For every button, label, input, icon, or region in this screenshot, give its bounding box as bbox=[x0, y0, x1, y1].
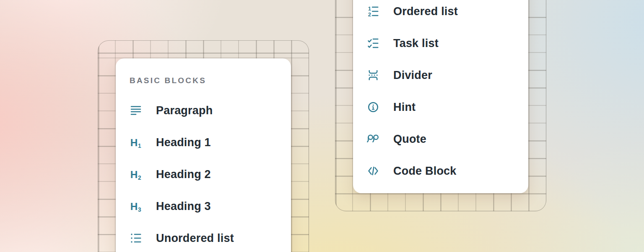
menu-item-heading-1[interactable]: H1Heading 1 bbox=[130, 126, 278, 158]
unordered-list-icon bbox=[130, 232, 142, 244]
svg-text:3: 3 bbox=[138, 207, 141, 213]
menu-item-task-list[interactable]: Task list bbox=[367, 27, 516, 59]
menu-item-label: Code Block bbox=[393, 165, 457, 178]
menu-item-label: Heading 1 bbox=[156, 136, 211, 149]
menu-item-divider[interactable]: Divider bbox=[367, 59, 516, 91]
menu-item-label: Heading 3 bbox=[156, 200, 211, 213]
quote-icon bbox=[367, 133, 379, 145]
heading-3-icon: H3 bbox=[130, 200, 142, 213]
menu-item-label: Heading 2 bbox=[156, 168, 211, 181]
insert-blocks-menu: 12Ordered listTask listDividerHintQuoteC… bbox=[353, 0, 528, 193]
menu-item-heading-3[interactable]: H3Heading 3 bbox=[130, 190, 278, 222]
hint-icon bbox=[367, 101, 379, 113]
menu-item-paragraph[interactable]: Paragraph bbox=[130, 94, 278, 126]
basic-blocks-menu: BASIC BLOCKS ParagraphH1Heading 1H2Headi… bbox=[116, 58, 291, 252]
basic-blocks-item-list: ParagraphH1Heading 1H2Heading 2H3Heading… bbox=[130, 94, 278, 252]
ordered-list-icon: 12 bbox=[367, 5, 379, 18]
menu-item-label: Ordered list bbox=[393, 5, 458, 18]
menu-item-label: Quote bbox=[393, 133, 426, 146]
task-list-icon bbox=[367, 37, 379, 50]
heading-2-icon: H2 bbox=[130, 168, 142, 181]
svg-text:H: H bbox=[130, 201, 138, 212]
menu-item-code-block[interactable]: Code Block bbox=[367, 155, 516, 187]
menu-item-label: Divider bbox=[393, 69, 432, 82]
svg-text:2: 2 bbox=[138, 175, 141, 181]
menu-item-label: Unordered list bbox=[156, 232, 234, 245]
paragraph-icon bbox=[130, 104, 142, 117]
svg-text:1: 1 bbox=[138, 143, 141, 149]
menu-item-label: Hint bbox=[393, 101, 415, 114]
insert-blocks-item-list: 12Ordered listTask listDividerHintQuoteC… bbox=[367, 0, 516, 187]
menu-item-unordered-list[interactable]: Unordered list bbox=[130, 222, 278, 252]
divider-icon bbox=[367, 69, 379, 81]
menu-item-label: Paragraph bbox=[156, 104, 213, 117]
svg-text:2: 2 bbox=[368, 11, 371, 18]
svg-text:H: H bbox=[130, 137, 138, 148]
menu-item-quote[interactable]: Quote bbox=[367, 123, 516, 155]
menu-item-label: Task list bbox=[393, 37, 439, 50]
code-block-icon bbox=[367, 165, 379, 177]
menu-item-hint[interactable]: Hint bbox=[367, 91, 516, 123]
menu-item-ordered-list[interactable]: 12Ordered list bbox=[367, 0, 516, 27]
section-label-basic-blocks: BASIC BLOCKS bbox=[130, 73, 278, 89]
menu-item-heading-2[interactable]: H2Heading 2 bbox=[130, 158, 278, 190]
svg-text:H: H bbox=[130, 169, 138, 180]
heading-1-icon: H1 bbox=[130, 136, 142, 149]
